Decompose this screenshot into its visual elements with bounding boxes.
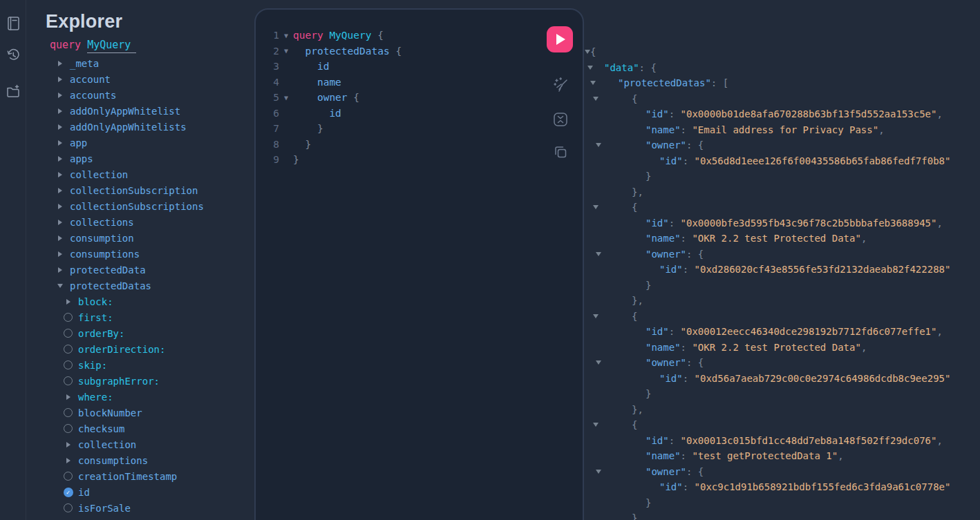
code-text: "id": "0xd286020cf43e8556fe53fd2132daeab… <box>659 264 950 275</box>
radio-icon[interactable] <box>62 408 74 417</box>
expand-arrow-icon[interactable] <box>62 299 74 305</box>
expand-arrow-icon[interactable] <box>62 394 74 400</box>
collapse-arrow-icon[interactable] <box>590 81 596 85</box>
radio-icon[interactable] <box>62 313 74 322</box>
expand-arrow-icon[interactable] <box>54 156 66 162</box>
checked-radio-icon[interactable]: ✓ <box>62 488 74 497</box>
fold-arrow-icon[interactable]: ▼ <box>279 47 293 55</box>
tree-item-addonlyappwhitelist[interactable]: addOnlyAppWhitelist <box>26 103 254 119</box>
tree-item-skip[interactable]: skip: <box>26 357 254 373</box>
tree-item-label: id <box>78 487 90 498</box>
radio-icon[interactable] <box>62 472 74 481</box>
collapse-arrow-icon[interactable] <box>593 314 599 318</box>
expand-arrow-icon[interactable] <box>54 188 66 193</box>
expand-arrow-icon[interactable] <box>54 220 66 225</box>
tree-item-collectionsubscription[interactable]: collectionSubscription <box>26 182 254 198</box>
fold-arrow-icon[interactable]: ▼ <box>279 32 293 39</box>
code-line[interactable]: 6 id <box>267 106 534 122</box>
expand-arrow-icon[interactable] <box>54 204 66 209</box>
expand-arrow-icon[interactable] <box>62 442 74 447</box>
tree-item-collection[interactable]: collection <box>26 166 254 182</box>
execute-button[interactable] <box>547 26 573 52</box>
tree-item-consumption[interactable]: consumption <box>26 230 254 246</box>
tree-item-where[interactable]: where: <box>26 389 254 405</box>
new-collection-button[interactable] <box>6 84 21 99</box>
code-line[interactable]: 7 } <box>267 121 534 137</box>
code-text: "owner": { <box>646 466 704 477</box>
expand-arrow-icon[interactable] <box>54 251 66 257</box>
tree-item-collectionsubscriptions[interactable]: collectionSubscriptions <box>26 198 254 214</box>
tree-item-id[interactable]: ✓id <box>26 484 254 500</box>
expand-arrow-icon[interactable] <box>54 267 66 273</box>
merge-button[interactable] <box>552 110 569 128</box>
code-text: } <box>646 171 651 182</box>
tree-item-consumptions[interactable]: consumptions <box>26 452 254 468</box>
tree-item-_meta[interactable]: _meta <box>26 55 254 71</box>
expand-arrow-icon[interactable] <box>62 458 74 463</box>
copy-button[interactable] <box>552 143 569 161</box>
expand-arrow-icon[interactable] <box>54 77 66 82</box>
tree-item-account[interactable]: account <box>26 71 254 87</box>
collapse-arrow-icon[interactable] <box>593 423 599 427</box>
collapse-arrow-icon[interactable] <box>585 50 590 54</box>
tree-item-checksum[interactable]: checksum <box>26 421 254 436</box>
tree-item-apps[interactable]: apps <box>26 151 254 166</box>
tree-item-accounts[interactable]: accounts <box>26 87 254 103</box>
radio-icon[interactable] <box>62 376 74 385</box>
tree-item-orderdirection[interactable]: orderDirection: <box>26 341 254 357</box>
code-editor[interactable]: 1▼query MyQuery {2▼ protectedDatas {3 id… <box>267 28 534 168</box>
tree-item-subgrapherror[interactable]: subgraphError: <box>26 373 254 389</box>
tree-item-consumptions[interactable]: consumptions <box>26 246 254 262</box>
radio-icon[interactable] <box>62 329 74 338</box>
code-line[interactable]: 3 id <box>267 59 534 75</box>
code-line[interactable]: 9} <box>267 152 534 168</box>
expand-arrow-icon[interactable] <box>54 140 66 146</box>
tree-item-label: block: <box>78 296 113 307</box>
fold-arrow-icon[interactable]: ▼ <box>279 94 293 102</box>
collapse-arrow-icon[interactable] <box>596 143 601 147</box>
operation-name[interactable]: MyQuery <box>87 39 136 53</box>
code-line[interactable]: 1▼query MyQuery { <box>267 28 534 44</box>
radio-icon[interactable] <box>62 345 74 354</box>
tree-item-collections[interactable]: collections <box>26 214 254 230</box>
tree-item-isforsale[interactable]: isForSale <box>26 500 254 516</box>
code-line[interactable]: 4 name <box>267 75 534 90</box>
tree-item-label: addOnlyAppWhitelist <box>70 106 180 117</box>
code-text: "id": "0x0000b01de8afa670288b63bf13f5d55… <box>646 108 943 119</box>
collapse-arrow-icon[interactable] <box>593 97 599 101</box>
tree-item-first[interactable]: first: <box>26 309 254 325</box>
collapse-arrow-icon[interactable] <box>596 360 601 365</box>
tree-item-protecteddata[interactable]: protectedData <box>26 262 254 278</box>
tree-item-addonlyappwhitelists[interactable]: addOnlyAppWhitelists <box>26 119 254 135</box>
code-text: "owner": { <box>646 249 704 260</box>
code-line[interactable]: 8 } <box>267 137 534 153</box>
code-line[interactable]: 2▼ protectedDatas { <box>267 44 534 59</box>
code-line[interactable]: 5▼ owner { <box>267 90 534 106</box>
tree-item-orderby[interactable]: orderBy: <box>26 325 254 341</box>
tree-item-protecteddatas[interactable]: protectedDatas <box>26 278 254 293</box>
expand-arrow-icon[interactable] <box>54 124 66 130</box>
code-text: { <box>632 202 637 213</box>
collapse-arrow-icon[interactable] <box>593 205 599 209</box>
history-button[interactable] <box>6 48 21 63</box>
radio-icon[interactable] <box>62 360 74 369</box>
tree-item-app[interactable]: app <box>26 135 254 151</box>
collapse-arrow-icon[interactable] <box>54 284 66 288</box>
tree-item-blocknumber[interactable]: blockNumber <box>26 405 254 421</box>
collapse-arrow-icon[interactable] <box>596 470 601 474</box>
expand-arrow-icon[interactable] <box>54 61 66 66</box>
radio-icon[interactable] <box>62 424 74 433</box>
expand-arrow-icon[interactable] <box>54 172 66 177</box>
docs-button[interactable] <box>6 16 21 31</box>
collapse-arrow-icon[interactable] <box>596 252 601 256</box>
collapse-arrow-icon[interactable] <box>587 66 593 70</box>
line-number: 8 <box>267 139 279 150</box>
expand-arrow-icon[interactable] <box>54 108 66 114</box>
expand-arrow-icon[interactable] <box>54 235 66 241</box>
tree-item-creationtimestamp[interactable]: creationTimestamp <box>26 468 254 484</box>
tree-item-collection[interactable]: collection <box>26 436 254 452</box>
prettify-button[interactable] <box>552 77 569 95</box>
radio-icon[interactable] <box>62 503 74 512</box>
tree-item-block[interactable]: block: <box>26 293 254 309</box>
expand-arrow-icon[interactable] <box>54 93 66 98</box>
